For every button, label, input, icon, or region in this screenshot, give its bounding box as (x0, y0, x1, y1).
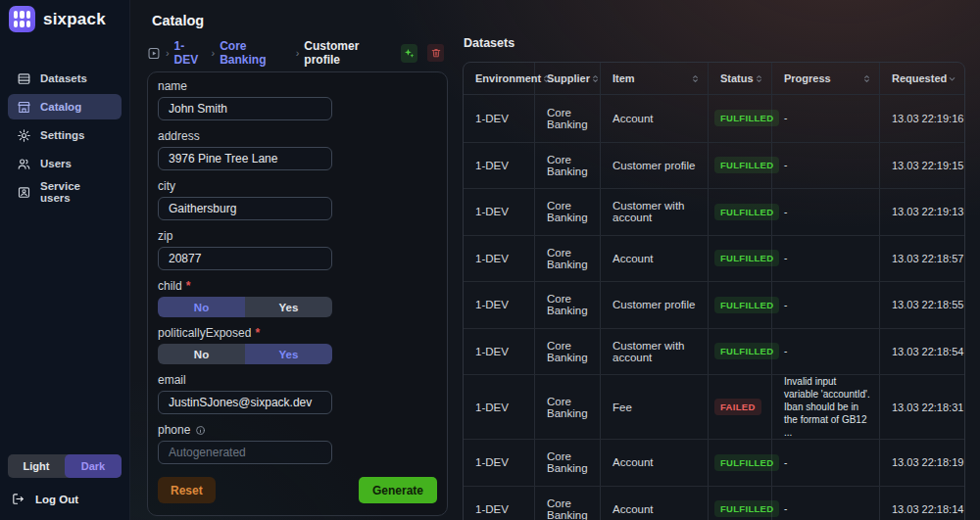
sidebar-item-users[interactable]: Users (8, 151, 122, 176)
child-no-button[interactable]: No (158, 297, 245, 317)
field-label-text: phone (158, 423, 190, 437)
catalog-form: name address city zip child* (147, 71, 448, 516)
cell-supplier: Core Banking (535, 236, 601, 282)
table-row[interactable]: 1-DEV Core Banking Customer with account… (464, 188, 964, 235)
field-label-text: email (158, 373, 186, 387)
table-row[interactable]: 1-DEV Core Banking Customer profile FULF… (464, 142, 964, 189)
form-actions: Reset Generate (158, 477, 437, 503)
column-header-requested[interactable]: Requested (880, 63, 964, 94)
cell-status: FULFILLED (709, 282, 772, 328)
email-input[interactable] (158, 391, 332, 414)
table-row[interactable]: 1-DEV Core Banking Account FULFILLED - 1… (464, 486, 964, 520)
theme-light-button[interactable]: Light (8, 454, 65, 478)
logout-icon (11, 492, 25, 506)
logout-button[interactable]: Log Out (8, 490, 122, 510)
cell-item: Account (601, 440, 709, 486)
child-toggle: No Yes (158, 297, 332, 317)
city-input[interactable] (158, 197, 332, 220)
sidebar-item-label: Service users (40, 180, 113, 204)
page-title: Catalog (152, 13, 448, 28)
child-yes-button[interactable]: Yes (245, 297, 332, 317)
cell-environment: 1-DEV (464, 282, 535, 328)
cell-progress: - (772, 440, 880, 486)
sidebar-item-settings[interactable]: Settings (8, 122, 122, 148)
cell-supplier: Core Banking (535, 143, 601, 189)
cell-status: FULFILLED (709, 236, 772, 282)
cell-progress: - (772, 487, 880, 520)
brand: sixpack (8, 4, 122, 32)
cell-item: Customer profile (601, 282, 709, 328)
app-window: sixpack Datasets Catalog Settings Users … (0, 0, 980, 520)
cell-item: Customer with account (601, 189, 709, 235)
generate-button[interactable]: Generate (359, 477, 437, 503)
cell-supplier: Core Banking (535, 329, 601, 375)
delete-button[interactable] (427, 44, 444, 62)
phone-input[interactable] (158, 441, 332, 464)
sidebar-item-catalog[interactable]: Catalog (8, 94, 122, 119)
field-label: city (158, 179, 437, 193)
service-users-icon (17, 185, 31, 200)
column-header-status[interactable]: Status (709, 63, 772, 94)
cell-status: FULFILLED (709, 440, 772, 486)
sort-icon (754, 73, 764, 84)
field-label: phone (158, 423, 437, 437)
field-group-zip: zip (158, 229, 437, 270)
theme-toggle: Light Dark (8, 454, 122, 478)
cell-environment: 1-DEV (464, 375, 535, 439)
sort-icon (690, 73, 701, 84)
table-row[interactable]: 1-DEV Core Banking Customer with account… (464, 328, 964, 375)
column-header-environment[interactable]: Environment (464, 63, 535, 94)
reset-button[interactable]: Reset (158, 477, 216, 503)
cell-progress: - (772, 95, 880, 142)
required-asterisk: * (186, 279, 191, 293)
cell-status: FAILED (709, 375, 772, 439)
info-icon (195, 425, 206, 436)
cell-progress: - (772, 329, 880, 375)
trash-icon (430, 47, 442, 59)
cell-supplier: Core Banking (535, 282, 601, 328)
sidebar-item-label: Settings (40, 129, 84, 141)
sidebar-item-service-users[interactable]: Service users (8, 179, 122, 205)
breadcrumb-separator: › (166, 47, 170, 59)
field-group-email: email (158, 373, 437, 414)
catalog-icon (17, 100, 31, 115)
datasets-title: Datasets (464, 36, 965, 50)
politically-exposed-no-button[interactable]: No (158, 344, 245, 364)
address-input[interactable] (158, 147, 332, 170)
status-badge: FULFILLED (714, 500, 779, 517)
status-badge: FULFILLED (714, 454, 779, 471)
main-content: Catalog › 1-DEV › Core Banking › Custome… (130, 0, 980, 520)
sidebar-item-datasets[interactable]: Datasets (8, 66, 122, 91)
play-square-icon (147, 46, 161, 61)
field-label: address (158, 129, 437, 143)
column-header-progress[interactable]: Progress (772, 63, 880, 94)
table-row[interactable]: 1-DEV Core Banking Account FULFILLED - 1… (464, 95, 964, 142)
table-row[interactable]: 1-DEV Core Banking Account FULFILLED - 1… (464, 439, 964, 486)
cell-environment: 1-DEV (464, 487, 535, 520)
breadcrumb-env-link[interactable]: 1-DEV (174, 39, 207, 67)
table-row[interactable]: 1-DEV Core Banking Account FULFILLED - 1… (464, 235, 964, 282)
field-group-city: city (158, 179, 437, 220)
column-header-item[interactable]: Item (601, 63, 709, 94)
field-group-politically-exposed: politicallyExposed* No Yes (158, 326, 437, 364)
breadcrumb-supplier-link[interactable]: Core Banking (220, 39, 291, 67)
theme-dark-button[interactable]: Dark (65, 454, 122, 478)
field-group-address: address (158, 129, 437, 170)
politically-exposed-yes-button[interactable]: Yes (245, 344, 332, 364)
datasets-table: Environment Supplier Item Status (463, 62, 965, 520)
catalog-panel: Catalog › 1-DEV › Core Banking › Custome… (130, 0, 456, 520)
zip-input[interactable] (158, 247, 332, 270)
cell-environment: 1-DEV (464, 95, 535, 142)
field-label: zip (158, 229, 437, 243)
name-input[interactable] (158, 97, 332, 120)
field-label-text: city (158, 179, 175, 193)
cell-status: FULFILLED (709, 143, 772, 189)
field-label: email (158, 373, 437, 387)
table-row[interactable]: 1-DEV Core Banking Fee FAILED Invalid in… (464, 374, 964, 439)
field-group-phone: phone (158, 423, 437, 464)
cell-status: FULFILLED (709, 95, 772, 142)
status-badge: FULFILLED (714, 297, 779, 313)
field-group-name: name (158, 79, 437, 120)
table-row[interactable]: 1-DEV Core Banking Customer profile FULF… (464, 281, 964, 328)
datasets-icon (17, 71, 31, 86)
